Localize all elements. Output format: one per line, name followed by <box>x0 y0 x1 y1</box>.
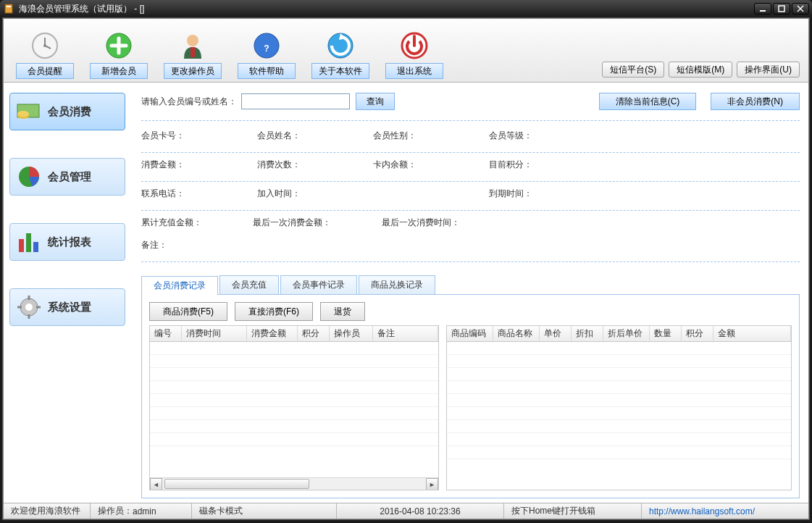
plus-icon <box>104 31 133 60</box>
tool-change-operator[interactable]: 更改操作员 <box>160 31 225 79</box>
col-time[interactable]: 消费时间 <box>182 326 247 341</box>
sidebar-item-settings[interactable]: 系统设置 <box>9 288 125 326</box>
tab-exchange-record[interactable]: 商品兑换记录 <box>359 275 435 294</box>
col-price[interactable]: 单价 <box>540 326 572 341</box>
info-gender: 会员性别： <box>373 130 417 142</box>
main-toolbar: 会员提醒 新增会员 更改操作员 ? 软件帮助 关于本软件 退出系统 短信平台(S… <box>4 19 808 83</box>
table-body[interactable] <box>447 342 791 490</box>
titlebar: 海浪会员管理系统（试用版） - [] <box>0 0 812 17</box>
bars-icon <box>16 229 42 255</box>
svg-rect-0 <box>5 4 12 13</box>
col-points2[interactable]: 积分 <box>682 326 713 341</box>
tool-about[interactable]: 关于本软件 <box>308 31 373 79</box>
product-consume-button[interactable]: 商品消费(F5) <box>149 302 227 321</box>
col-points[interactable]: 积分 <box>298 326 330 341</box>
sidebar-item-label: 统计报表 <box>48 235 91 249</box>
sms-template-button[interactable]: 短信模版(M) <box>669 62 732 78</box>
sidebar-item-consume[interactable]: 会员消费 <box>9 93 125 130</box>
scroll-thumb[interactable] <box>164 479 309 489</box>
info-name: 会员姓名： <box>257 130 301 142</box>
tool-help[interactable]: ? 软件帮助 <box>234 31 299 79</box>
power-icon <box>400 31 429 60</box>
info-consume-count: 消费次数： <box>257 159 301 171</box>
col-name[interactable]: 商品名称 <box>493 326 540 341</box>
status-datetime: 2016-04-08 10:23:36 <box>337 503 504 519</box>
money-icon <box>16 99 42 125</box>
ui-layout-button[interactable]: 操作界面(U) <box>737 62 800 78</box>
sidebar-item-label: 会员消费 <box>48 105 91 119</box>
tab-event-record[interactable]: 会员事件记录 <box>280 275 357 294</box>
query-button[interactable]: 查询 <box>356 93 395 110</box>
tool-label[interactable]: 软件帮助 <box>238 63 296 79</box>
maximize-button[interactable] <box>773 3 790 14</box>
status-welcome: 欢迎使用海浪软件 <box>4 503 91 519</box>
col-qty[interactable]: 数量 <box>650 326 682 341</box>
product-table: 商品编码 商品名称 单价 折扣 折后单价 数量 积分 金额 <box>446 325 792 490</box>
svg-point-23 <box>17 111 29 117</box>
tool-label[interactable]: 会员提醒 <box>16 63 74 79</box>
app-icon <box>3 3 14 14</box>
svg-point-9 <box>43 44 46 47</box>
tool-label[interactable]: 关于本软件 <box>311 63 369 79</box>
user-icon <box>178 31 207 60</box>
window-title: 海浪会员管理系统（试用版） - [] <box>19 3 754 15</box>
horizontal-scrollbar[interactable]: ◄ ► <box>150 477 438 490</box>
info-card-no: 会员卡号： <box>141 130 185 142</box>
scroll-left-icon[interactable]: ◄ <box>150 478 162 490</box>
tool-add-member[interactable]: 新增会员 <box>86 31 151 79</box>
sidebar-item-report[interactable]: 统计报表 <box>9 223 125 261</box>
tool-label[interactable]: 退出系统 <box>385 63 443 79</box>
member-info-grid: 会员卡号： 会员姓名： 会员性别： 会员等级： 消费金额： 消费次数： 卡内余额… <box>141 127 800 271</box>
col-code[interactable]: 商品编码 <box>447 326 493 341</box>
info-total-recharge: 累计充值金额： <box>141 217 202 229</box>
search-input[interactable] <box>241 93 350 109</box>
info-phone: 联系电话： <box>141 188 185 200</box>
tab-consume-record[interactable]: 会员消费记录 <box>141 276 218 295</box>
direct-consume-button[interactable]: 直接消费(F6) <box>235 302 313 321</box>
status-mode: 磁条卡模式 <box>192 503 337 519</box>
sidebar: 会员消费 会员管理 统计报表 系统设置 <box>4 83 131 503</box>
table-body[interactable] <box>150 342 438 477</box>
status-url[interactable]: http://www.hailangsoft.com/ <box>642 503 808 519</box>
sidebar-item-manage[interactable]: 会员管理 <box>9 158 125 196</box>
consume-record-table: 编号 消费时间 消费金额 积分 操作员 备注 ◄ <box>149 325 439 490</box>
tool-member-remind[interactable]: 会员提醒 <box>12 31 78 79</box>
col-amount[interactable]: 消费金额 <box>247 326 298 341</box>
status-hint: 按下Home键打开钱箱 <box>504 503 642 519</box>
tool-exit[interactable]: 退出系统 <box>382 31 447 79</box>
scroll-right-icon[interactable]: ► <box>426 478 438 490</box>
col-id[interactable]: 编号 <box>150 326 182 341</box>
svg-rect-27 <box>33 242 38 252</box>
info-expire-time: 到期时间： <box>489 188 532 200</box>
tool-label[interactable]: 新增会员 <box>90 63 148 79</box>
info-remark: 备注： <box>141 239 167 251</box>
refresh-icon <box>326 31 355 60</box>
sidebar-item-label: 系统设置 <box>48 301 91 314</box>
status-operator: 操作员：admin <box>91 503 192 519</box>
info-join-time: 加入时间： <box>257 188 301 200</box>
svg-rect-1 <box>7 6 11 7</box>
minimize-button[interactable] <box>754 3 771 14</box>
clock-icon <box>30 31 59 60</box>
status-bar: 欢迎使用海浪软件 操作员：admin 磁条卡模式 2016-04-08 10:2… <box>4 503 808 519</box>
gear-icon <box>16 294 42 320</box>
sms-platform-button[interactable]: 短信平台(S) <box>602 62 664 78</box>
tool-label[interactable]: 更改操作员 <box>164 63 222 79</box>
return-button[interactable]: 退货 <box>320 302 365 321</box>
col-remark[interactable]: 备注 <box>373 326 438 341</box>
close-button[interactable] <box>792 3 809 14</box>
main-panel: 请输入会员编号或姓名： 查询 清除当前信息(C) 非会员消费(N) 会员卡号： … <box>131 83 808 503</box>
col-total[interactable]: 金额 <box>713 326 791 341</box>
svg-rect-3 <box>779 6 784 12</box>
col-operator[interactable]: 操作员 <box>330 326 373 341</box>
info-last-amount: 最后一次消费金额： <box>253 217 331 229</box>
svg-point-13 <box>187 35 198 46</box>
tab-recharge[interactable]: 会员充值 <box>219 275 279 294</box>
clear-info-button[interactable]: 清除当前信息(C) <box>599 93 697 110</box>
col-disc-price[interactable]: 折后单价 <box>603 326 650 341</box>
col-discount[interactable]: 折扣 <box>572 326 603 341</box>
info-points: 目前积分： <box>489 159 532 171</box>
svg-rect-14 <box>191 47 195 57</box>
info-consume-amount: 消费金额： <box>141 159 185 171</box>
nonmember-consume-button[interactable]: 非会员消费(N) <box>711 93 800 110</box>
